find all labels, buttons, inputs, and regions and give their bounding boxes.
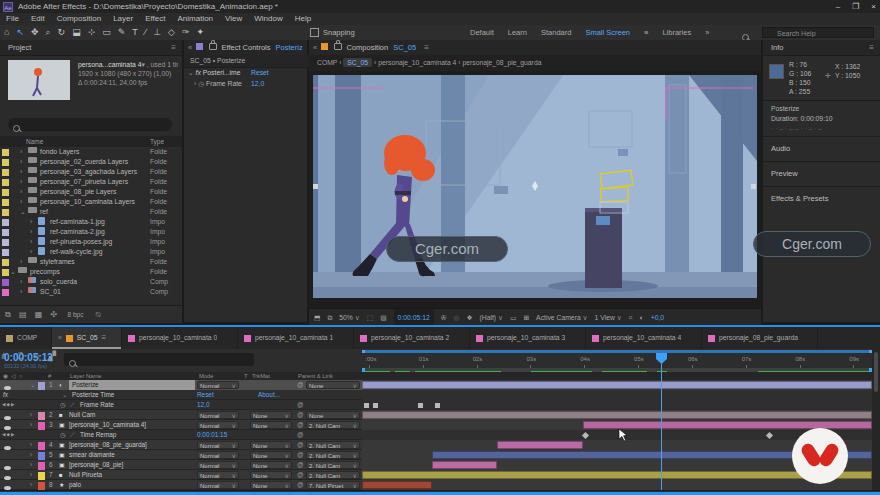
pickwhip-icon[interactable]: @ [297, 380, 304, 390]
pan-behind-tool-icon[interactable]: ⊹ [88, 25, 96, 40]
blend-mode-select[interactable]: Normal ∨ [197, 441, 239, 449]
layer-name[interactable]: palo [69, 480, 195, 490]
label-chip[interactable] [2, 159, 9, 166]
project-item-name[interactable]: ref [40, 207, 146, 217]
menu-help[interactable]: Help [289, 13, 317, 25]
timeline-property-row[interactable]: ◀◆▶◷⟋Time Remap0:00:01:15@ [0, 430, 880, 440]
main-viewer-icon[interactable]: ⧉ [327, 309, 332, 325]
project-item-name[interactable]: precomps [30, 267, 146, 277]
trkmat-select[interactable]: None ∨ [250, 451, 292, 459]
effect-row-frame-rate[interactable]: › ◷ Frame Rate 12,0 [184, 78, 307, 89]
timeline-layer-row[interactable]: ›3▣[personaje_10_caminata 4]Normal ∨None… [0, 420, 880, 430]
project-row[interactable]: ›ref-caminata-2.jpgImpo [0, 227, 182, 237]
view-layout-select[interactable]: 1 View ∨ [595, 309, 622, 325]
project-item-name[interactable]: ref-caminata-2.jpg [50, 227, 146, 237]
timeline-search-input[interactable] [64, 353, 254, 366]
workspace-default[interactable]: Default [470, 25, 494, 40]
rotate-tool-icon[interactable]: ↻ [58, 25, 66, 40]
keyframe-diamond[interactable] [582, 431, 589, 438]
property-value[interactable]: 12,0 [197, 400, 209, 410]
back-icon[interactable]: « [309, 43, 317, 52]
label-chip[interactable] [2, 259, 9, 266]
scrollbar-thumb[interactable] [874, 352, 878, 392]
camera-tool-icon[interactable]: ⬓ [72, 25, 81, 40]
trkmat-select[interactable]: None ∨ [250, 471, 292, 479]
breadcrumb-item[interactable]: COMP [309, 59, 337, 66]
back-icon[interactable]: « [184, 43, 192, 52]
layer-name[interactable]: [personaje_10_caminata 4] [69, 420, 195, 430]
layer-name[interactable]: Null Pirueta [69, 470, 195, 480]
expander-closed-icon[interactable]: › [20, 257, 22, 267]
project-item-name[interactable]: SC_01 [40, 287, 146, 297]
expander-closed-icon[interactable]: › [30, 440, 32, 450]
timeline-tab[interactable]: personaje_08_pie_guarda [702, 327, 818, 349]
project-row[interactable]: ⌄refFolde [0, 207, 182, 217]
menu-window[interactable]: Window [248, 13, 288, 25]
panel-menu-icon[interactable]: ≡ [869, 40, 880, 55]
trkmat-select[interactable]: None ∨ [250, 421, 292, 429]
lock-icon[interactable] [209, 43, 217, 50]
property-name[interactable]: Frame Rate [80, 400, 190, 410]
project-column-headers[interactable]: Name Type [0, 136, 182, 147]
layer-name[interactable]: [personaje_08_pie] [69, 460, 195, 470]
exposure-icon[interactable]: ◐ [640, 309, 644, 325]
label-chip[interactable] [2, 169, 9, 176]
timeline-tab[interactable]: personaje_10_caminata 0 [122, 327, 238, 349]
project-row[interactable]: ›personaje_08_pie LayersFolde [0, 187, 182, 197]
pixel-aspect-icon[interactable]: ⌗ [629, 309, 633, 325]
workspace-standard[interactable]: Standard [541, 25, 571, 40]
camera-select[interactable]: Active Camera ∨ [536, 309, 587, 325]
snapping-checkbox[interactable] [310, 28, 319, 37]
timeline-column-headers[interactable]: ◉ ◁ ○ # Layer Name Mode T TrkMat Parent … [0, 372, 880, 380]
timeline-layer-row[interactable]: ›4▣[personaje_08_pie_guarda]Normal ∨None… [0, 440, 880, 450]
pickwhip-icon[interactable]: @ [297, 440, 304, 450]
label-chip[interactable] [2, 209, 9, 216]
layer-duration-bar[interactable] [497, 441, 583, 449]
label-chip[interactable] [2, 279, 9, 286]
blend-mode-select[interactable]: Normal ∨ [197, 381, 239, 389]
parent-select[interactable]: None ∨ [306, 381, 360, 389]
expander-closed-icon[interactable]: › [30, 247, 32, 257]
menu-effect[interactable]: Effect [139, 13, 171, 25]
snapping-toggle[interactable]: Snapping [310, 25, 355, 40]
magnification-select[interactable]: 50% ∨ [339, 309, 359, 325]
label-chip[interactable] [2, 239, 9, 246]
expander-open-icon[interactable]: ⌄ [62, 390, 67, 400]
project-row[interactable]: ›solo_cuerdaComp [0, 277, 182, 287]
workspace-menu-icon[interactable]: ≡ [644, 25, 648, 40]
expander-closed-icon[interactable]: › [30, 450, 32, 460]
project-row[interactable]: ›ref-pirueta-poses.jpgImpo [0, 237, 182, 247]
layer-name[interactable]: Posterize [69, 380, 195, 390]
label-chip[interactable] [2, 249, 9, 256]
parent-select[interactable]: 2. Null Cam ∨ [306, 451, 360, 459]
parent-select[interactable]: 2. Null Cam ∨ [306, 421, 360, 429]
expander-closed-icon[interactable]: › [30, 227, 32, 237]
timeline-navigator[interactable] [362, 350, 872, 353]
crop-icon[interactable]: ⬚ [367, 309, 373, 325]
expander-closed-icon[interactable]: › [20, 187, 22, 197]
exposure-value[interactable]: +0,0 [651, 309, 664, 325]
eraser-tool-icon[interactable]: ◇ [168, 25, 175, 40]
expander-closed-icon[interactable]: › [30, 217, 32, 227]
keyframe-navigator[interactable]: ◀◆▶ [2, 400, 15, 410]
always-preview-icon[interactable]: ⬒ [314, 309, 320, 325]
keyframe-diamond[interactable] [766, 431, 773, 438]
interpret-footage-icon[interactable]: ⧉ [0, 310, 11, 319]
stopwatch-icon[interactable]: ◷ [198, 80, 204, 87]
breadcrumb-item[interactable]: personaje_10_caminata 4 [378, 59, 456, 66]
breadcrumb-item[interactable]: SC_05 [343, 58, 372, 67]
grid-guides-icon[interactable]: ⊞ [523, 309, 529, 325]
project-item-name[interactable]: solo_cuerda [40, 277, 146, 287]
pickwhip-icon[interactable]: @ [297, 420, 304, 430]
home-tool-icon[interactable]: ⌂ [4, 25, 9, 40]
panel-menu-icon[interactable]: ≡ [418, 43, 429, 52]
keyframe-marker[interactable] [435, 403, 440, 408]
blend-mode-select[interactable]: Normal ∨ [197, 411, 239, 419]
timeline-layer-row[interactable]: ›5▣smear diamanteNormal ∨None ∨@2. Null … [0, 450, 880, 460]
blend-mode-select[interactable]: Normal ∨ [197, 421, 239, 429]
project-row[interactable]: ›ref-caminata-1.jpgImpo [0, 217, 182, 227]
timeline-property-row[interactable]: ◀◆▶◷⟋Frame Rate12,0@ [0, 400, 880, 410]
layer-name[interactable]: smear diamante [69, 450, 195, 460]
project-row[interactable]: ⌄precompsFolde [0, 267, 182, 277]
keyframe-marker[interactable] [373, 403, 378, 408]
